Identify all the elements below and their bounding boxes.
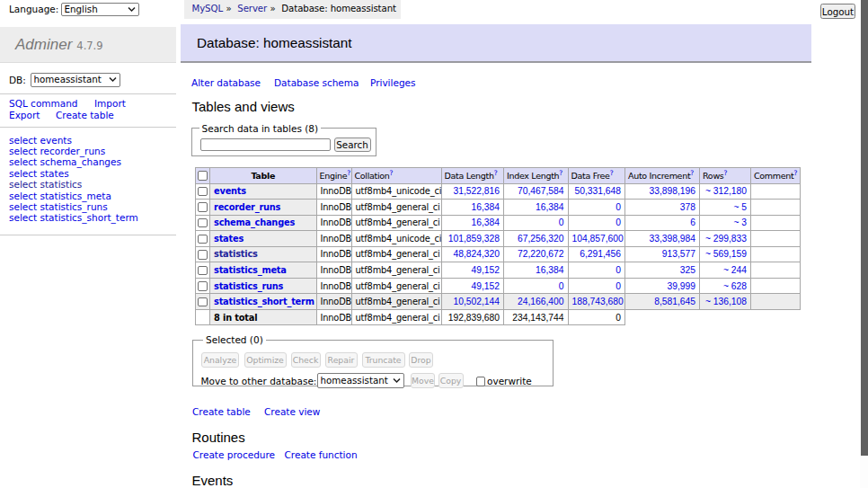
rows-link[interactable]: ~ 569,159 — [705, 249, 747, 259]
data-free-link[interactable]: 188,743,680 — [572, 297, 624, 306]
data-free-link[interactable]: 0 — [616, 217, 621, 227]
help-link[interactable]: ? — [793, 168, 797, 176]
auto-increment-link[interactable]: 8,581,645 — [654, 297, 695, 306]
data-length-link[interactable]: 101,859,328 — [448, 234, 500, 244]
data-length-link[interactable]: 48,824,320 — [453, 249, 500, 259]
sidebar-item-select-recorder-runs[interactable]: select recorder_runs — [9, 146, 138, 156]
sidebar-item-select-schema-changes[interactable]: select schema_changes — [9, 156, 138, 167]
help-link[interactable]: ? — [390, 168, 394, 176]
table-link[interactable]: statistics_runs — [214, 281, 283, 291]
sidebar-item-select-states[interactable]: select states — [9, 168, 138, 179]
optimize-button[interactable]: Optimize — [244, 352, 287, 368]
sidebar-item-select-statistics-short-term[interactable]: select statistics_short_term — [9, 212, 138, 223]
sidebar-item-select-statistics-runs[interactable]: select statistics_runs — [9, 201, 138, 212]
breadcrumb-server-link[interactable]: Server — [237, 4, 267, 13]
scrollbar[interactable] — [860, 0, 868, 488]
data-length-link[interactable]: 16,384 — [472, 202, 500, 212]
help-link[interactable]: ? — [690, 168, 694, 176]
create-procedure-link[interactable]: Create procedure — [193, 449, 276, 460]
move-button[interactable]: Move — [411, 373, 435, 389]
row-checkbox[interactable] — [198, 202, 208, 212]
index-length-link[interactable]: 0 — [559, 217, 564, 227]
table-link[interactable]: states — [214, 234, 244, 244]
table-link[interactable]: recorder_runs — [214, 202, 280, 212]
help-link[interactable]: ? — [610, 168, 614, 176]
rows-link[interactable]: ~ 628 — [723, 281, 747, 291]
drop-button[interactable]: Drop — [409, 352, 433, 368]
alter-database-link[interactable]: Alter database — [191, 77, 261, 88]
help-link[interactable]: ? — [724, 168, 728, 176]
index-length-link[interactable]: 67,256,320 — [518, 234, 564, 244]
scrollbar-thumb[interactable] — [861, 0, 868, 456]
data-length-link[interactable]: 31,522,816 — [453, 186, 500, 196]
privileges-link[interactable]: Privileges — [370, 77, 416, 88]
check-button[interactable]: Check — [291, 352, 321, 368]
index-length-link[interactable]: 0 — [559, 281, 564, 291]
index-length-link[interactable]: 16,384 — [536, 265, 564, 275]
auto-increment-link[interactable]: 325 — [680, 265, 695, 275]
db-select[interactable]: homeassistant — [31, 74, 120, 86]
create-function-link[interactable]: Create function — [285, 449, 358, 460]
index-length-link[interactable]: 72,220,672 — [518, 249, 564, 259]
data-free-link[interactable]: 0 — [616, 202, 621, 212]
data-length-link[interactable]: 49,152 — [472, 265, 500, 275]
sidebar-item-select-statistics[interactable]: select statistics — [9, 179, 138, 190]
sidebar-item-select-statistics-meta[interactable]: select statistics_meta — [9, 191, 138, 201]
index-length-link[interactable]: 70,467,584 — [518, 186, 564, 196]
row-checkbox[interactable] — [198, 187, 208, 197]
database-schema-link[interactable]: Database schema — [274, 77, 359, 88]
sidebar-item-select-events[interactable]: select events — [9, 135, 138, 146]
row-checkbox[interactable] — [198, 297, 208, 307]
auto-increment-link[interactable]: 913,577 — [662, 249, 695, 259]
data-length-link[interactable]: 10,502,144 — [453, 297, 500, 306]
index-length-link[interactable]: 16,384 — [536, 202, 564, 212]
sidebar-sql-command-link[interactable]: SQL command — [9, 98, 78, 109]
rows-link[interactable]: ~ 299,833 — [705, 234, 747, 244]
sidebar-import-link[interactable]: Import — [94, 98, 126, 109]
help-link[interactable]: ? — [347, 168, 350, 176]
table-link[interactable]: statistics_short_term — [214, 297, 314, 306]
rows-link[interactable]: ~ 5 — [733, 202, 747, 212]
table-link[interactable]: statistics — [214, 249, 258, 259]
rows-link[interactable]: ~ 3 — [733, 217, 747, 227]
create-view-link[interactable]: Create view — [264, 406, 320, 417]
search-input[interactable] — [200, 138, 331, 152]
data-length-link[interactable]: 49,152 — [472, 281, 500, 291]
sidebar-export-link[interactable]: Export — [9, 110, 40, 120]
rows-link[interactable]: ~ 244 — [723, 265, 747, 275]
data-length-link[interactable]: 16,384 — [472, 217, 500, 227]
breadcrumb-mysql-link[interactable]: MySQL — [192, 4, 223, 13]
help-link[interactable]: ? — [559, 168, 562, 176]
analyze-button[interactable]: Analyze — [201, 352, 239, 368]
logout-button[interactable]: Logout — [820, 4, 855, 19]
copy-button[interactable]: Copy — [438, 373, 464, 389]
row-checkbox[interactable] — [198, 218, 208, 228]
truncate-button[interactable]: Truncate — [362, 352, 405, 368]
move-db-select[interactable]: homeassistant — [318, 374, 403, 388]
auto-increment-link[interactable]: 33,398,984 — [649, 234, 695, 244]
row-checkbox[interactable] — [198, 250, 208, 260]
app-logo-link[interactable]: Adminer — [15, 36, 72, 53]
row-checkbox[interactable] — [198, 235, 208, 244]
rows-link[interactable]: ~ 312,180 — [705, 186, 747, 196]
table-link[interactable]: schema_changes — [214, 217, 295, 227]
repair-button[interactable]: Repair — [325, 352, 358, 368]
help-link[interactable]: ? — [494, 168, 498, 176]
index-length-link[interactable]: 24,166,400 — [518, 297, 564, 306]
auto-increment-link[interactable]: 33,898,196 — [649, 186, 695, 196]
table-link[interactable]: events — [214, 186, 246, 196]
create-table-link[interactable]: Create table — [192, 406, 251, 417]
sidebar-create-table-link[interactable]: Create table — [56, 110, 114, 120]
auto-increment-link[interactable]: 39,999 — [668, 281, 696, 291]
row-checkbox[interactable] — [198, 266, 208, 276]
data-free-link[interactable]: 104,857,600 — [572, 234, 624, 244]
auto-increment-link[interactable]: 378 — [680, 202, 695, 212]
auto-increment-link[interactable]: 6 — [690, 217, 695, 227]
search-button[interactable]: Search — [334, 138, 371, 153]
rows-link[interactable]: ~ 136,108 — [705, 297, 747, 306]
data-free-link[interactable]: 50,331,648 — [574, 186, 621, 196]
data-free-link[interactable]: 0 — [616, 281, 621, 291]
row-checkbox[interactable] — [198, 281, 208, 291]
overwrite-checkbox[interactable] — [476, 377, 486, 386]
language-select[interactable]: English — [62, 4, 138, 15]
